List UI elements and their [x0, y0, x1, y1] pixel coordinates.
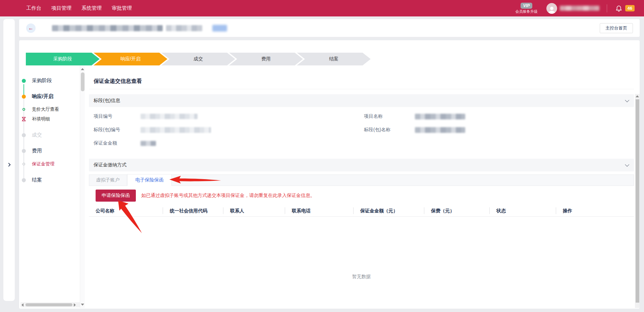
sidebar-label: 费用 [32, 148, 42, 154]
payment-tabs: 虚拟子账户 电子保险保函 [89, 174, 634, 186]
dot-pending-icon [22, 133, 26, 137]
sidebar-item-deal[interactable]: 成交 [19, 132, 42, 138]
step-deal[interactable]: 成交 [161, 53, 235, 65]
field-project-no: 项目编号 [94, 113, 198, 119]
nav-item-project-management[interactable]: 项目管理 [51, 5, 71, 11]
username-redacted[interactable] [560, 6, 599, 11]
scroll-up-icon[interactable] [636, 95, 639, 97]
warning-text: 如已通过虚拟子账号或其他方式递交本项目保证金，请勿重复在此录入保证金信息。 [141, 193, 315, 199]
sidebar-label: 结案 [32, 177, 42, 183]
apply-insurance-letter-button[interactable]: 申请保险保函 [96, 190, 136, 202]
step-closing[interactable]: 结案 [297, 53, 371, 65]
collapse-chevron-icon[interactable] [625, 162, 629, 167]
dot-active-icon [22, 95, 26, 99]
page-title: 保证金递交信息查看 [94, 78, 142, 85]
col-deposit-amount: 保证金金额（元） [353, 207, 424, 214]
hourglass-icon [21, 117, 26, 121]
dot-done-icon [22, 79, 26, 83]
step-fees[interactable]: 费用 [229, 53, 303, 65]
collapse-chevron-icon[interactable] [625, 98, 629, 102]
notification-count-badge: 46 [625, 5, 635, 11]
dot-pending-icon [22, 178, 26, 182]
col-company-name: 公司名称 [89, 207, 163, 214]
dot-pending-icon [22, 149, 26, 153]
sidebar-vertical-scrollbar[interactable] [80, 66, 85, 308]
field-label: 标段(包)名称 [364, 127, 415, 133]
col-phone: 联系电话 [285, 207, 353, 214]
stage-sidebar: 采购阶段 响应/开启 竞价大厅查看 补填明细 成交 [19, 66, 85, 308]
nav-right-group: VIP 会员服务升级 46 [516, 0, 644, 16]
field-label: 项目编号 [94, 113, 141, 119]
main-vertical-scrollbar[interactable] [635, 94, 640, 308]
scroll-up-icon[interactable] [81, 68, 84, 70]
section-title: 保证金缴纳方式 [94, 162, 126, 168]
bell-icon [615, 5, 623, 12]
console-home-button[interactable]: 主控台首页 [600, 23, 633, 33]
sidebar-label: 补填明细 [32, 116, 50, 122]
nav-item-system-management[interactable]: 系统管理 [82, 5, 102, 11]
process-steps: 采购阶段 响应/开启 成交 费用 结案 [26, 53, 371, 65]
step-procurement[interactable]: 采购阶段 [26, 53, 100, 65]
sidebar-label: 响应/开启 [32, 93, 53, 100]
nav-item-approval-management[interactable]: 审批管理 [112, 5, 132, 11]
field-value-redacted [415, 127, 465, 133]
main-panel: 采购阶段 响应/开启 成交 费用 结案 采购阶段 响应/开启 竞价大厅查看 [19, 40, 640, 309]
expand-drawer-icon[interactable] [7, 163, 10, 166]
field-label: 项目名称 [364, 113, 415, 119]
field-value-redacted [141, 114, 198, 119]
section-title: 标段(包)信息 [94, 98, 120, 104]
sidebar-item-procurement[interactable]: 采购阶段 [19, 77, 52, 84]
field-value-redacted [141, 141, 156, 146]
sidebar-label: 成交 [32, 132, 42, 138]
nav-divider [607, 4, 607, 12]
sidebar-horizontal-scrollbar[interactable] [20, 302, 80, 307]
sidebar-item-closing[interactable]: 结案 [19, 177, 42, 183]
sidebar-vscroll-thumb[interactable] [81, 72, 85, 91]
field-deposit-amount: 保证金金额 [94, 140, 156, 146]
status-chip-redacted [212, 25, 227, 32]
step-response-open[interactable]: 响应/开启 [94, 53, 167, 65]
col-premium: 保费（元） [424, 207, 489, 214]
vip-icon: VIP [521, 3, 532, 9]
divider [89, 89, 634, 89]
person-icon [547, 6, 556, 14]
section-payment-method: 保证金缴纳方式 [89, 159, 634, 171]
nav-menu: 工作台 项目管理 系统管理 审批管理 [26, 5, 132, 11]
sidebar-item-response-open[interactable]: 响应/开启 [19, 93, 53, 100]
field-package-name: 标段(包)名称 [364, 127, 465, 133]
sidebar-item-deposit-management[interactable]: 保证金管理 [19, 161, 55, 167]
field-value-redacted [141, 127, 211, 133]
notifications[interactable]: 46 [615, 5, 639, 12]
page: 工作台 项目管理 系统管理 审批管理 VIP 会员服务升级 46 [0, 0, 644, 312]
scroll-left-icon[interactable] [21, 303, 23, 307]
collapsed-drawer [3, 19, 15, 301]
sidebar-item-fill-details[interactable]: 补填明细 [19, 116, 50, 122]
col-credit-code: 统一社会信用代码 [163, 207, 223, 214]
nav-item-workbench[interactable]: 工作台 [26, 5, 41, 11]
tab-virtual-subaccount[interactable]: 虚拟子账户 [89, 174, 127, 186]
breadcrumb-bar: ← 主控台首页 [19, 19, 640, 37]
sidebar-label: 保证金管理 [32, 161, 55, 167]
section-package-info: 标段(包)信息 [89, 94, 634, 107]
scroll-right-icon[interactable] [74, 303, 76, 307]
sidebar-item-bidding-hall[interactable]: 竞价大厅查看 [19, 106, 59, 112]
col-actions: 操作 [556, 207, 633, 214]
content-area: 保证金递交信息查看 标段(包)信息 项目编号 项目名称 标段(包)编号 标段(包… [89, 66, 634, 308]
project-title-redacted [52, 25, 163, 31]
main-vscroll-thumb[interactable] [636, 99, 639, 303]
scroll-down-icon[interactable] [81, 304, 84, 306]
ring-done-icon [22, 108, 25, 111]
top-nav: 工作台 项目管理 系统管理 审批管理 VIP 会员服务升级 46 [0, 0, 644, 16]
project-title-redacted-2 [166, 25, 202, 31]
col-status: 状态 [489, 207, 556, 214]
back-arrow-icon: ← [28, 25, 34, 31]
tab-e-insurance-letter[interactable]: 电子保险保函 [127, 174, 172, 186]
user-avatar[interactable] [546, 3, 557, 14]
field-label: 标段(包)编号 [94, 127, 141, 133]
sidebar-hscroll-thumb[interactable] [25, 303, 72, 306]
back-button[interactable]: ← [26, 23, 36, 33]
sidebar-item-fees[interactable]: 费用 [19, 148, 42, 154]
field-label: 保证金金额 [94, 140, 141, 146]
vip-caption: 会员服务升级 [516, 9, 538, 14]
vip-upgrade[interactable]: VIP 会员服务升级 [516, 3, 538, 14]
